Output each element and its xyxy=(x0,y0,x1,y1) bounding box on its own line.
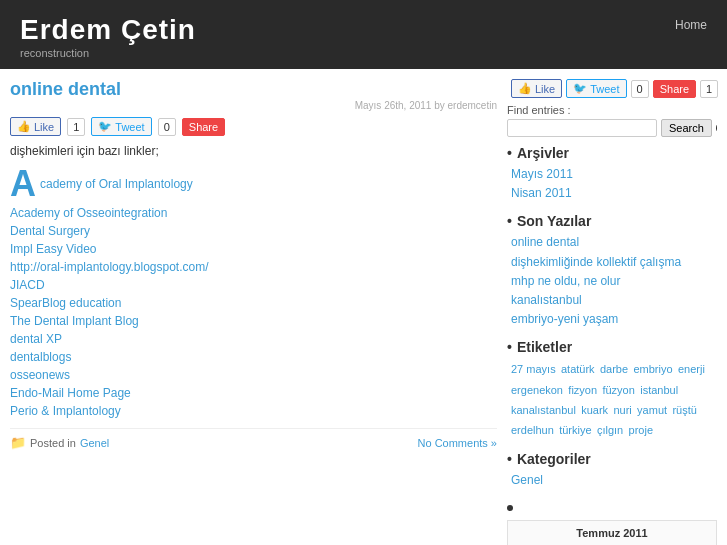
posted-label: Posted in xyxy=(30,437,76,449)
tag-proje[interactable]: proje xyxy=(629,424,653,436)
archive-nisan[interactable]: Nisan 2011 xyxy=(511,186,572,200)
list-item: Impl Easy Video xyxy=(10,242,497,256)
recent-post-4[interactable]: kanalıstanbul xyxy=(511,293,582,307)
link-jiacd[interactable]: JIACD xyxy=(10,278,45,292)
like-count: 1 xyxy=(67,118,85,136)
link-dental-implant-blog[interactable]: The Dental Implant Blog xyxy=(10,314,139,328)
sidebar-share-button[interactable]: Share xyxy=(653,80,696,98)
tweet-count: 0 xyxy=(158,118,176,136)
like-button[interactable]: 👍 Like xyxy=(10,117,61,136)
share-label: Share xyxy=(189,121,218,133)
recent-post-3[interactable]: mhp ne oldu, ne olur xyxy=(511,274,620,288)
category-genel[interactable]: Genel xyxy=(511,473,543,487)
comments-link[interactable]: No Comments » xyxy=(418,437,497,449)
links-list: Academy of Osseointegration Dental Surge… xyxy=(10,206,497,418)
sidebar-share-count: 1 xyxy=(700,80,718,98)
tag-istanbul[interactable]: istanbul xyxy=(640,384,678,396)
tag-darbe[interactable]: darbe xyxy=(600,363,628,375)
link-blogspot[interactable]: http://oral-implantology.blogspot.com/ xyxy=(10,260,209,274)
categories-heading: Kategoriler xyxy=(507,451,717,467)
link-oral-implantology[interactable]: cademy of Oral Implantology xyxy=(40,166,193,202)
categories-section: Kategoriler Genel xyxy=(507,451,717,490)
recent-posts-heading: Son Yazılar xyxy=(507,213,717,229)
list-item: Endo-Mail Home Page xyxy=(10,386,497,400)
tags-heading: Etiketler xyxy=(507,339,717,355)
bullet-icon xyxy=(507,505,513,511)
site-title: Erdem Çetin xyxy=(20,14,707,46)
tag-fuzyon[interactable]: füzyon xyxy=(602,384,634,396)
tag-enerji[interactable]: enerji xyxy=(678,363,705,375)
sidebar-like-label: Like xyxy=(535,83,555,95)
sidebar-social-bar: 👍 Like 🐦 Tweet 0 Share 1 xyxy=(507,79,717,98)
archives-heading: Arşivler xyxy=(507,145,717,161)
archive-mayis[interactable]: Mayıs 2011 xyxy=(511,167,573,181)
tag-fizyon[interactable]: fizyon xyxy=(568,384,597,396)
link-dentalblogs[interactable]: dentalblogs xyxy=(10,350,71,364)
recent-posts-section: Son Yazılar online dental dişhekimliğind… xyxy=(507,213,717,329)
tag-rustu[interactable]: rüştü xyxy=(672,404,696,416)
archives-links: Mayıs 2011 Nisan 2011 xyxy=(507,165,717,203)
calendar-title: Temmuz 2011 xyxy=(514,527,710,539)
tweet-button[interactable]: 🐦 Tweet xyxy=(91,117,151,136)
list-item: kanalıstanbul xyxy=(511,291,717,310)
link-impl-easy[interactable]: Impl Easy Video xyxy=(10,242,97,256)
big-letter: A xyxy=(10,166,36,202)
link-perio[interactable]: Perio & Implantology xyxy=(10,404,121,418)
tag-nuri[interactable]: nuri xyxy=(613,404,631,416)
post-intro: dişhekimleri için bazı linkler; xyxy=(10,144,497,158)
tags-section: Etiketler 27 mayıs atatürk darbe embriyo… xyxy=(507,339,717,441)
tag-embriyo[interactable]: embriyo xyxy=(633,363,672,375)
sidebar-like-button[interactable]: 👍 Like xyxy=(511,79,562,98)
link-dental-xp[interactable]: dental XP xyxy=(10,332,62,346)
recent-post-2[interactable]: dişhekimliğinde kollektif çalışma xyxy=(511,255,681,269)
post-title[interactable]: online dental xyxy=(10,79,121,99)
recent-post-1[interactable]: online dental xyxy=(511,235,579,249)
list-item: embriyo-yeni yaşam xyxy=(511,310,717,329)
tag-kanalıstanbul[interactable]: kanalıstanbul xyxy=(511,404,576,416)
share-button[interactable]: Share xyxy=(182,118,225,136)
tag-cilgin[interactable]: çılgın xyxy=(597,424,623,436)
sidebar-tweet-count: 0 xyxy=(631,80,649,98)
list-item: Dental Surgery xyxy=(10,224,497,238)
tag-yamut[interactable]: yamut xyxy=(637,404,667,416)
search-dot xyxy=(716,125,717,131)
category-link[interactable]: Genel xyxy=(80,437,109,449)
post-links-section: A cademy of Oral Implantology Academy of… xyxy=(10,166,497,418)
tag-turkiye[interactable]: türkiye xyxy=(559,424,591,436)
search-input[interactable] xyxy=(507,119,657,137)
link-endo-mail[interactable]: Endo-Mail Home Page xyxy=(10,386,131,400)
tag-ataturk[interactable]: atatürk xyxy=(561,363,595,375)
link-osseonews[interactable]: osseonews xyxy=(10,368,70,382)
tag-kuark[interactable]: kuark xyxy=(581,404,608,416)
recent-post-5[interactable]: embriyo-yeni yaşam xyxy=(511,312,618,326)
sidebar-bullet xyxy=(507,500,717,514)
search-button[interactable]: Search xyxy=(661,119,712,137)
sidebar-share-label: Share xyxy=(660,83,689,95)
like-icon-small: 👍 xyxy=(518,82,532,95)
sidebar-tweet-button[interactable]: 🐦 Tweet xyxy=(566,79,626,98)
like-icon: 👍 xyxy=(17,120,31,133)
sidebar: 👍 Like 🐦 Tweet 0 Share 1 Find entries : … xyxy=(507,79,717,545)
link-osseointegration[interactable]: Academy of Osseointegration xyxy=(10,206,167,220)
list-item: The Dental Implant Blog xyxy=(10,314,497,328)
list-item: dental XP xyxy=(10,332,497,346)
list-item: dişhekimliğinde kollektif çalışma xyxy=(511,253,717,272)
archives-section: Arşivler Mayıs 2011 Nisan 2011 xyxy=(507,145,717,203)
tag-27mayis[interactable]: 27 mayıs xyxy=(511,363,556,375)
sidebar-tweet-label: Tweet xyxy=(590,83,619,95)
post-footer: 📁 Posted in Genel No Comments » xyxy=(10,428,497,450)
list-item: dentalblogs xyxy=(10,350,497,364)
twitter-icon-small: 🐦 xyxy=(573,82,587,95)
list-item: Mayıs 2011 xyxy=(511,165,717,184)
link-dental-surgery[interactable]: Dental Surgery xyxy=(10,224,90,238)
tag-ergenekon[interactable]: ergenekon xyxy=(511,384,563,396)
tweet-label: Tweet xyxy=(115,121,144,133)
list-item: SpearBlog education xyxy=(10,296,497,310)
list-item: http://oral-implantology.blogspot.com/ xyxy=(10,260,497,274)
tag-erdelhun[interactable]: erdelhun xyxy=(511,424,554,436)
folder-icon: 📁 xyxy=(10,435,26,450)
main-content: online dental Mayıs 26th, 2011 by erdemc… xyxy=(10,79,497,545)
home-link[interactable]: Home xyxy=(675,18,707,32)
post-footer-right: No Comments » xyxy=(418,437,497,449)
link-spearblog[interactable]: SpearBlog education xyxy=(10,296,121,310)
